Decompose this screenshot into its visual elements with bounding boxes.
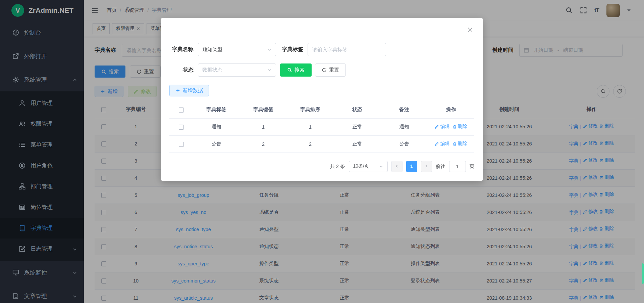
cell-status: 正常 (334, 118, 381, 135)
col-dict-sort: 字典排序 (287, 101, 334, 118)
status-select[interactable]: 数据状态 (198, 63, 276, 77)
cell-dict-label: 公告 (193, 135, 240, 153)
dict-data-dialog: 字典名称 通知类型 字典标签 状态 数据状态 搜索 重置 新增数据 (161, 18, 483, 181)
dialog-filter-row-1: 字典名称 通知类型 字典标签 (169, 43, 474, 56)
dialog-table-row: 公告 2 2 正常 公告 编辑 删除 (169, 135, 474, 153)
dict-label-input[interactable] (308, 43, 386, 56)
status-label: 状态 (169, 67, 194, 74)
chevron-down-icon (379, 164, 383, 169)
select-all-checkbox[interactable] (179, 107, 184, 113)
next-page-button[interactable] (421, 161, 432, 172)
goto-page-input[interactable] (449, 161, 466, 172)
cell-dict-sort: 1 (287, 118, 334, 135)
cell-status: 正常 (334, 135, 381, 153)
dialog-table-row: 通知 1 1 正常 通知 编辑 删除 (169, 118, 474, 135)
cell-remark: 公告 (381, 135, 428, 153)
cell-dict-sort: 2 (287, 135, 334, 153)
delete-link[interactable]: 删除 (452, 124, 467, 130)
page-size-select[interactable]: 10条/页 (349, 161, 388, 172)
cell-operations: 编辑 删除 (428, 118, 474, 135)
cell-dict-label: 通知 (193, 118, 240, 135)
dialog-table-body: 通知 1 1 正常 通知 编辑 删除 公告 2 2 正常 公告 (169, 118, 474, 153)
col-dict-label: 字典标签 (193, 101, 240, 118)
dialog-filter-row-2: 状态 数据状态 搜索 重置 (169, 63, 474, 77)
dialog-close-icon[interactable] (467, 27, 473, 33)
col-operations: 操作 (428, 101, 474, 118)
col-dict-value: 字典键值 (240, 101, 287, 118)
scrollbar-thumb[interactable] (642, 263, 644, 284)
cell-dict-value: 2 (240, 135, 287, 153)
col-status: 状态 (334, 101, 381, 118)
dict-name-label: 字典名称 (169, 46, 194, 53)
dialog-table-header-row: 字典标签 字典键值 字典排序 状态 备注 操作 (169, 101, 474, 118)
select-placeholder: 数据状态 (202, 67, 265, 73)
chevron-down-icon (267, 68, 272, 72)
add-data-button[interactable]: 新增数据 (169, 85, 209, 96)
pagination: 共 2 条 10条/页 1 前往 页 (169, 161, 474, 172)
selected-value: 10条/页 (353, 163, 376, 169)
cell-dict-value: 1 (240, 118, 287, 135)
col-remark: 备注 (381, 101, 428, 118)
row-checkbox[interactable] (179, 142, 184, 147)
edit-link[interactable]: 编辑 (435, 124, 449, 130)
goto-label: 前往 (436, 163, 445, 170)
selected-value: 通知类型 (202, 46, 265, 53)
chevron-down-icon (267, 47, 272, 52)
row-checkbox[interactable] (179, 125, 184, 130)
dialog-reset-button[interactable]: 重置 (315, 63, 346, 77)
dict-name-select[interactable]: 通知类型 (198, 43, 276, 56)
page-number-button[interactable]: 1 (406, 161, 417, 172)
prev-page-button[interactable] (391, 161, 402, 172)
dialog-search-button[interactable]: 搜索 (280, 63, 312, 77)
edit-link[interactable]: 编辑 (435, 141, 449, 147)
page-unit-label: 页 (470, 163, 475, 170)
cell-remark: 通知 (381, 118, 428, 135)
pagination-total: 共 2 条 (330, 163, 345, 170)
delete-link[interactable]: 删除 (452, 141, 467, 147)
dict-data-table: 字典标签 字典键值 字典排序 状态 备注 操作 通知 1 1 正常 通知 编 (169, 101, 474, 153)
dict-label-label: 字典标签 (282, 46, 303, 53)
cell-operations: 编辑 删除 (428, 135, 474, 153)
